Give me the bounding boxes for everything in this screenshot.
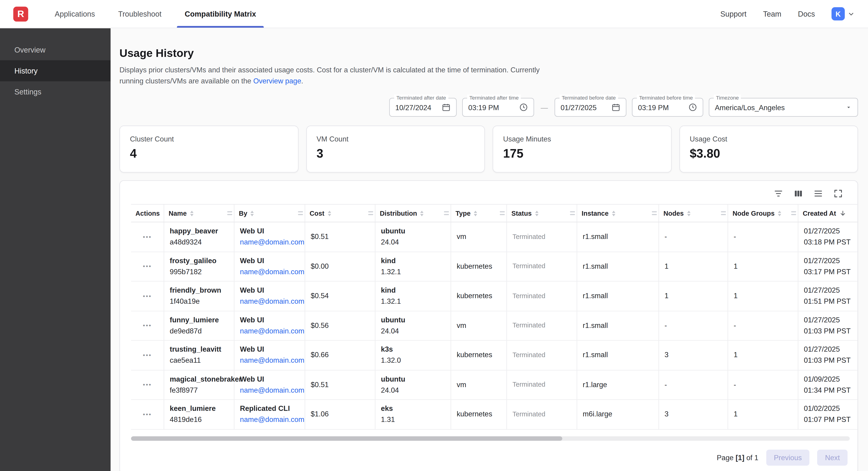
created-by-email-link[interactable]: name@domain.com [240, 327, 299, 336]
cluster-id: 995b7182 [170, 268, 228, 276]
terminated-before-date-value: 01/27/2025 [561, 103, 607, 112]
filter-icon[interactable] [774, 188, 783, 198]
more-horizontal-icon[interactable]: ••• [143, 382, 152, 388]
cost-cell: $0.66 [305, 341, 375, 370]
replicated-logo-icon[interactable]: R [13, 7, 28, 22]
sort-icon [687, 210, 690, 216]
clock-icon[interactable] [519, 103, 528, 112]
column-header-status[interactable]: Status [507, 205, 577, 222]
type-value: vm [457, 380, 501, 389]
column-resize-handle[interactable] [721, 211, 726, 215]
column-label: Nodes [663, 209, 684, 217]
cluster-id: cae5ea11 [170, 356, 228, 365]
nav-item-support[interactable]: Support [720, 10, 747, 18]
nodes-value: 3 [664, 410, 722, 419]
column-resize-handle[interactable] [570, 211, 575, 215]
clock-icon[interactable] [688, 103, 697, 112]
type-cell: vm [451, 223, 507, 252]
column-header-cost[interactable]: Cost [305, 205, 375, 222]
distribution-name: k3s [381, 345, 445, 354]
terminated-before-date-field[interactable]: Terminated before date 01/27/2025 [555, 98, 626, 117]
column-header-by[interactable]: By [235, 205, 305, 222]
columns-icon[interactable] [793, 188, 803, 198]
overview-page-link[interactable]: Overview page [253, 77, 301, 85]
column-header-instance[interactable]: Instance [577, 205, 659, 222]
node-groups-cell: 1 [728, 282, 799, 311]
nav-item-applications[interactable]: Applications [46, 0, 104, 28]
more-horizontal-icon[interactable]: ••• [143, 263, 152, 269]
created-date: 01/09/2025 [804, 375, 852, 384]
row-actions-cell: ••• [131, 400, 164, 429]
type-cell: kubernetes [451, 252, 507, 281]
column-header-name[interactable]: Name [164, 205, 235, 222]
previous-page-button[interactable]: Previous [766, 449, 810, 466]
created-by-email-link[interactable]: name@domain.com [240, 415, 299, 424]
column-header-created-at[interactable]: Created At [799, 205, 858, 222]
by-cell: Web UI name@domain.com [235, 223, 305, 252]
cluster-id: fe3f8977 [170, 386, 228, 395]
instance-value: m6i.large [583, 410, 653, 419]
column-header-type[interactable]: Type [451, 205, 507, 222]
cluster-name: keen_lumiere [170, 404, 228, 413]
horizontal-scrollbar[interactable] [131, 436, 850, 440]
nav-item-docs[interactable]: Docs [798, 10, 815, 18]
column-resize-handle[interactable] [227, 211, 232, 215]
created-by-email-link[interactable]: name@domain.com [240, 268, 299, 276]
column-header-actions: Actions [131, 205, 164, 222]
account-menu[interactable]: K [832, 7, 855, 21]
calendar-icon[interactable] [442, 103, 451, 112]
cost-value: $0.66 [311, 351, 369, 360]
node-groups-value: - [734, 380, 792, 389]
more-horizontal-icon[interactable]: ••• [143, 234, 152, 240]
chevron-down-icon [847, 10, 855, 17]
pagination: Page [1] of 1 Previous Next [120, 441, 858, 467]
column-resize-handle[interactable] [652, 211, 657, 215]
distribution-cell: kind 1.32.1 [375, 282, 451, 311]
distribution-name: ubuntu [381, 375, 445, 384]
created-by-email-link[interactable]: name@domain.com [240, 386, 299, 395]
table-row: ••• trusting_leavitt cae5ea11 Web UI nam… [131, 341, 858, 370]
sidebar-item-overview[interactable]: Overview [0, 39, 111, 60]
sidebar-item-history[interactable]: History [0, 60, 111, 81]
nav-item-compatibility-matrix[interactable]: Compatibility Matrix [176, 0, 265, 28]
calendar-icon[interactable] [611, 103, 620, 112]
primary-nav: Applications Troubleshoot Compatibility … [46, 0, 265, 28]
fullscreen-icon[interactable] [833, 188, 843, 198]
description-text: Displays prior clusters/VMs and their as… [119, 66, 539, 85]
table-row: ••• funny_lumiere de9ed87d Web UI name@d… [131, 311, 858, 341]
column-resize-handle[interactable] [444, 211, 449, 215]
sidebar-item-settings[interactable]: Settings [0, 81, 111, 102]
created-by-email-link[interactable]: name@domain.com [240, 297, 299, 306]
field-label: Terminated after time [467, 94, 521, 100]
terminated-after-time-field[interactable]: Terminated after time 03:19 PM [462, 98, 534, 117]
column-header-node-groups[interactable]: Node Groups [728, 205, 799, 222]
timezone-select[interactable]: Timezone America/Los_Angeles [709, 98, 858, 117]
more-horizontal-icon[interactable]: ••• [143, 323, 152, 329]
column-header-distribution[interactable]: Distribution [375, 205, 451, 222]
terminated-after-date-field[interactable]: Terminated after date 10/27/2024 [389, 98, 457, 117]
density-icon[interactable] [813, 188, 823, 198]
created-by-email-link[interactable]: name@domain.com [240, 356, 299, 365]
avatar[interactable]: K [832, 7, 845, 21]
node-groups-value: - [734, 232, 792, 241]
column-label: Type [456, 209, 471, 217]
created-by-email-link[interactable]: name@domain.com [240, 238, 299, 247]
column-resize-handle[interactable] [298, 211, 303, 215]
column-label: Status [512, 209, 532, 217]
main-content: Usage History Displays prior clusters/VM… [111, 28, 868, 471]
column-resize-handle[interactable] [791, 211, 796, 215]
nav-item-team[interactable]: Team [763, 10, 781, 18]
column-resize-handle[interactable] [500, 211, 505, 215]
more-horizontal-icon[interactable]: ••• [143, 352, 152, 358]
distribution-cell: ubuntu 24.04 [375, 370, 451, 399]
more-horizontal-icon[interactable]: ••• [143, 411, 152, 417]
terminated-before-time-field[interactable]: Terminated before time 03:19 PM [632, 98, 703, 117]
column-header-nodes[interactable]: Nodes [659, 205, 728, 222]
table-body: ••• happy_beaver a48d9324 Web UI name@do… [131, 223, 858, 430]
column-resize-handle[interactable] [368, 211, 373, 215]
scrollbar-thumb[interactable] [131, 436, 562, 440]
nav-item-troubleshoot[interactable]: Troubleshoot [110, 0, 170, 28]
next-page-button[interactable]: Next [817, 449, 847, 466]
more-horizontal-icon[interactable]: ••• [143, 293, 152, 299]
description-period: . [301, 77, 303, 85]
